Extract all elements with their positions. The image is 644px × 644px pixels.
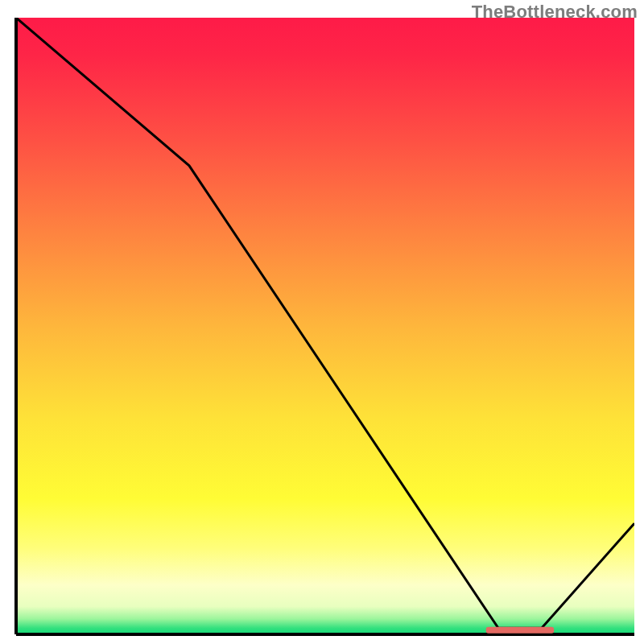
bottleneck-chart <box>0 0 644 644</box>
chart-container: TheBottleneck.com <box>0 0 644 644</box>
optimal-range-marker <box>486 627 554 634</box>
gradient-plot-area <box>16 18 634 634</box>
watermark-text: TheBottleneck.com <box>472 2 638 23</box>
